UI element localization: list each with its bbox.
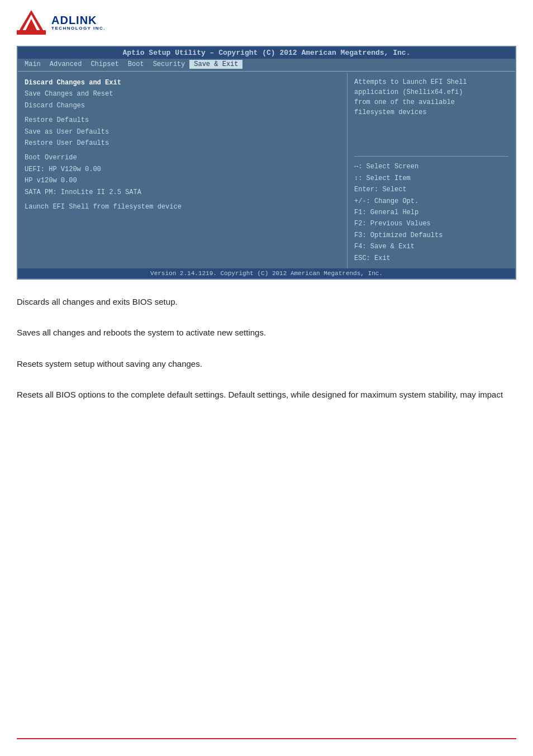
bios-section-defaults: Restore Defaults Save as User Defaults R…	[25, 115, 340, 149]
bios-main-content: Discard Changes and Exit Save Changes an…	[18, 73, 515, 268]
key-f4-save: F4: Save & Exit	[354, 241, 508, 252]
bios-key-help: ↔: Select Screen ↕: Select Item Enter: S…	[354, 161, 508, 264]
page-header: ADLINK TECHNOLOGY INC.	[0, 0, 533, 40]
menu-advanced[interactable]: Advanced	[45, 60, 87, 69]
bios-entry-restore-defaults[interactable]: Restore Defaults	[25, 115, 340, 126]
bottom-rule	[17, 738, 516, 739]
bios-titlebar: Aptio Setup Utility – Copyright (C) 2012…	[18, 47, 515, 59]
bios-section-efi-shell: Launch EFI Shell from filesystem device	[25, 201, 340, 212]
bios-footer: Version 2.14.1219. Copyright (C) 2012 Am…	[18, 268, 515, 278]
logo-text: ADLINK TECHNOLOGY INC.	[51, 14, 106, 31]
key-f1-help: F1: General Help	[354, 207, 508, 218]
logo: ADLINK TECHNOLOGY INC.	[17, 10, 106, 35]
key-f3-opt: F3: Optimized Defaults	[354, 230, 508, 241]
bios-section-exit: Discard Changes and Exit Save Changes an…	[25, 77, 340, 111]
bios-entry-save-reset[interactable]: Save Changes and Reset	[25, 88, 340, 100]
key-help-divider	[354, 156, 508, 157]
svg-rect-3	[17, 30, 46, 35]
bios-entry-restore-user-defaults[interactable]: Restore User Defaults	[25, 138, 340, 149]
desc-save-reset: Saves all changes and reboots the system…	[17, 326, 516, 339]
key-f2-prev: F2: Previous Values	[354, 218, 508, 229]
bios-entry-hp-v120w[interactable]: HP v120w 0.00	[25, 175, 340, 186]
bios-right-panel: Attempts to Launch EFI Shell application…	[348, 73, 515, 268]
logo-adlink-label: ADLINK	[51, 14, 106, 26]
bios-entry-launch-efi[interactable]: Launch EFI Shell from filesystem device	[25, 201, 340, 212]
desc-discard-changes: Resets system setup without saving any c…	[17, 357, 516, 370]
bios-help-text: Attempts to Launch EFI Shell application…	[354, 77, 508, 152]
bios-entry-discard-exit[interactable]: Discard Changes and Exit	[25, 77, 340, 88]
content-descriptions: Discards all changes and exits BIOS setu…	[17, 295, 516, 401]
bios-entry-sata[interactable]: SATA PM: InnoLite II 2.5 SATA	[25, 187, 340, 198]
bios-screen: Aptio Setup Utility – Copyright (C) 2012…	[17, 46, 516, 280]
key-select-screen: ↔: Select Screen	[354, 161, 508, 172]
menu-boot[interactable]: Boot	[123, 60, 149, 69]
menu-save-exit[interactable]: Save & Exit	[189, 60, 242, 69]
bios-entry-save-user-defaults[interactable]: Save as User Defaults	[25, 126, 340, 138]
bios-left-panel: Discard Changes and Exit Save Changes an…	[18, 73, 348, 268]
logo-subtitle-label: TECHNOLOGY INC.	[51, 26, 106, 31]
bios-entry-uefi-hp[interactable]: UEFI: HP V120w 0.00	[25, 164, 340, 175]
key-change-opt: +/-: Change Opt.	[354, 196, 508, 207]
menu-security[interactable]: Security	[149, 60, 190, 69]
menu-chipset[interactable]: Chipset	[86, 60, 123, 69]
bios-entry-boot-override: Boot Override	[25, 152, 340, 163]
key-esc-exit: ESC: Exit	[354, 253, 508, 264]
bios-menu-divider	[18, 71, 515, 72]
adlink-logo-icon	[17, 10, 46, 35]
desc-restore-defaults: Resets all BIOS options to the complete …	[17, 388, 516, 401]
desc-discard-exit: Discards all changes and exits BIOS setu…	[17, 295, 516, 308]
key-enter-select: Enter: Select	[354, 184, 508, 195]
bios-menubar[interactable]: Main Advanced Chipset Boot Security Save…	[18, 59, 515, 70]
key-select-item: ↕: Select Item	[354, 173, 508, 184]
bios-section-boot-override: Boot Override UEFI: HP V120w 0.00 HP v12…	[25, 152, 340, 198]
menu-main[interactable]: Main	[20, 60, 45, 69]
bios-entry-discard-changes[interactable]: Discard Changes	[25, 100, 340, 111]
